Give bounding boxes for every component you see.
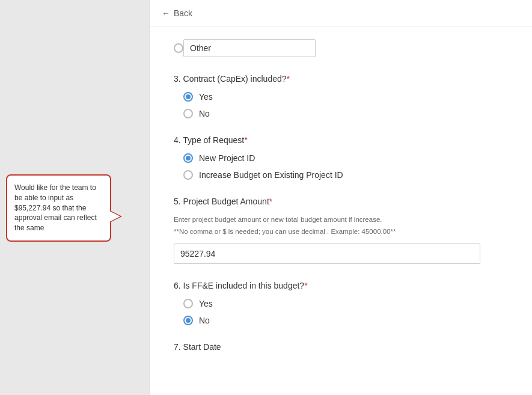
- section-6-title: 6. Is FF&E included in this budget?*: [174, 281, 508, 290]
- section-3-options: Yes No: [183, 92, 508, 118]
- section-5: 5. Project Budget Amount* Enter project …: [174, 197, 508, 264]
- section-6-options: Yes No: [183, 299, 508, 325]
- section-4: 4. Type of Request* New Project ID Incre…: [174, 135, 508, 180]
- section-5-hint2: **No comma or $ is needed; you can use d…: [174, 227, 508, 236]
- section-4-increase-budget-label: Increase Budget on Existing Project ID: [199, 170, 343, 180]
- back-label[interactable]: Back: [174, 8, 192, 18]
- section-4-title: 4. Type of Request*: [174, 135, 508, 145]
- other-text-input[interactable]: [183, 39, 316, 57]
- section-4-increase-budget-radio[interactable]: [183, 170, 193, 180]
- section-4-option-increase-budget[interactable]: Increase Budget on Existing Project ID: [183, 170, 508, 180]
- back-arrow-icon: ←: [162, 8, 170, 18]
- section-6-yes-label: Yes: [199, 299, 213, 308]
- tooltip-bubble: Would like for the team to be able to in…: [6, 174, 111, 242]
- section-4-new-project-label: New Project ID: [199, 153, 255, 163]
- section-7: 7. Start Date: [174, 342, 508, 352]
- other-radio-circle[interactable]: [174, 43, 183, 53]
- back-nav[interactable]: ← Back: [150, 0, 532, 27]
- section-6-no-radio[interactable]: [183, 316, 193, 325]
- section-3-option-no[interactable]: No: [183, 109, 508, 118]
- section-3-option-yes[interactable]: Yes: [183, 92, 508, 102]
- section-4-new-project-radio[interactable]: [183, 153, 193, 163]
- section-6-yes-radio[interactable]: [183, 299, 193, 308]
- section-3-yes-radio[interactable]: [183, 92, 193, 102]
- section-4-required: *: [244, 135, 247, 145]
- section-5-hint1: Enter project budget amount or new total…: [174, 215, 508, 224]
- section-6-no-label: No: [199, 316, 210, 325]
- section-3: 3. Contract (CapEx) included?* Yes No: [174, 74, 508, 118]
- left-panel: Would like for the team to be able to in…: [0, 0, 149, 395]
- section-5-required: *: [269, 197, 272, 206]
- main-content: ← Back 3. Contract (CapEx) included?* Ye…: [149, 0, 532, 395]
- section-5-title: 5. Project Budget Amount*: [174, 197, 508, 206]
- other-radio-item: [174, 39, 508, 57]
- section-6-option-no[interactable]: No: [183, 316, 508, 325]
- section-3-no-radio[interactable]: [183, 109, 193, 118]
- section-3-title: 3. Contract (CapEx) included?*: [174, 74, 508, 84]
- tooltip-text: Would like for the team to be able to in…: [14, 183, 97, 232]
- section-7-title: 7. Start Date: [174, 342, 508, 352]
- section-3-yes-label: Yes: [199, 92, 213, 102]
- form-container: 3. Contract (CapEx) included?* Yes No 4.…: [150, 39, 532, 387]
- section-6: 6. Is FF&E included in this budget?* Yes…: [174, 281, 508, 325]
- section-4-options: New Project ID Increase Budget on Existi…: [183, 153, 508, 180]
- section-3-no-label: No: [199, 109, 210, 118]
- section-6-required: *: [304, 281, 307, 290]
- section-3-required: *: [287, 74, 290, 84]
- section-6-option-yes[interactable]: Yes: [183, 299, 508, 308]
- section-4-option-new-project[interactable]: New Project ID: [183, 153, 508, 163]
- budget-amount-input[interactable]: [174, 243, 480, 264]
